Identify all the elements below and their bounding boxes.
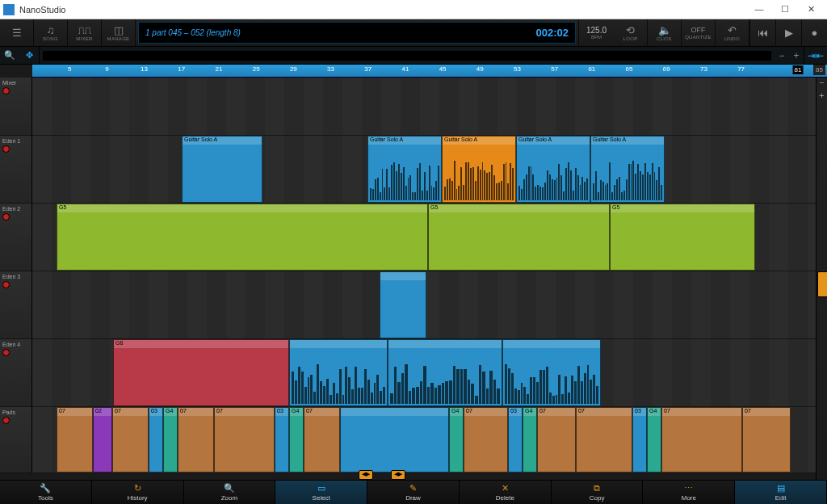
clip-label: 03 — [149, 408, 162, 416]
secondary-toolbar: 🔍 ✥ − + ⇥⇤ — [0, 47, 827, 65]
track-lane[interactable]: G8 — [32, 339, 827, 407]
pointer-tool-icon[interactable]: ✥ — [19, 47, 39, 64]
vzoom-plus[interactable]: + — [817, 90, 827, 103]
select-button[interactable]: ▭Select — [275, 481, 367, 504]
clip[interactable]: 07 — [57, 407, 93, 472]
record-arm-icon[interactable] — [2, 281, 10, 288]
play-button[interactable]: ▶ — [775, 19, 801, 46]
record-arm-icon[interactable] — [2, 87, 10, 94]
track-header[interactable]: Eden 1 — [0, 136, 32, 204]
track-header[interactable]: Mixer — [0, 78, 32, 136]
clip[interactable]: G4 — [647, 407, 661, 472]
prev-button[interactable]: ⏮ — [749, 19, 775, 46]
clip[interactable]: 07 — [304, 407, 340, 472]
clip[interactable]: Guitar Solo A — [516, 136, 590, 203]
tools-button[interactable]: 🔧Tools — [0, 481, 92, 504]
track-row: Mixer — [0, 78, 827, 136]
minimize-button[interactable]: — — [746, 4, 772, 15]
clip[interactable]: 07 — [537, 407, 576, 472]
clip[interactable]: G5 — [57, 204, 428, 271]
clip[interactable]: Guitar Solo A — [367, 136, 442, 203]
clip[interactable]: G4 — [449, 407, 464, 472]
clip-label: 07 — [577, 408, 632, 416]
record-arm-icon[interactable] — [2, 349, 10, 356]
clip[interactable]: 03 — [632, 407, 647, 472]
ruler-tick: 61 — [588, 65, 595, 73]
track-lane[interactable]: 07020703G4070703G407G40703G4070703G40707… — [32, 407, 827, 473]
record-arm-icon[interactable] — [2, 213, 10, 220]
track-lane[interactable]: G5G5G5 — [32, 204, 827, 271]
track-lane[interactable] — [32, 78, 827, 136]
close-button[interactable]: ✕ — [798, 4, 824, 15]
clip[interactable]: 07 — [742, 407, 791, 472]
clip[interactable]: Guitar Solo A — [182, 136, 262, 203]
delete-button[interactable]: ✕Delete — [460, 481, 552, 504]
tempo-display[interactable]: 125.0BPM — [578, 19, 614, 46]
clip[interactable]: 07 — [112, 407, 149, 472]
record-arm-icon[interactable] — [2, 417, 10, 424]
zoom-out-button[interactable]: − — [775, 50, 789, 61]
clip[interactable]: 03 — [149, 407, 163, 472]
clip[interactable]: 07 — [464, 407, 508, 472]
ruler-tick: 29 — [290, 65, 297, 73]
loop-start-marker[interactable]: ◀▶ — [359, 470, 373, 480]
clip-label: G4 — [164, 408, 177, 416]
track-lane[interactable] — [32, 271, 827, 339]
track-header[interactable]: Pads — [0, 407, 32, 473]
draw-button[interactable]: ✎Draw — [367, 481, 460, 504]
track-header[interactable]: Eden 2 — [0, 204, 32, 271]
record-button[interactable]: ● — [801, 19, 827, 46]
clip[interactable] — [289, 339, 388, 406]
scroll-handle[interactable] — [817, 271, 827, 297]
loop-button[interactable]: ⟲LOOP — [614, 19, 648, 46]
clip[interactable]: 02 — [93, 407, 112, 472]
clip[interactable]: G4 — [163, 407, 178, 472]
clip[interactable]: 03 — [275, 407, 289, 472]
undo-button[interactable]: ↶UNDO — [716, 19, 749, 46]
vzoom-minus[interactable]: − — [817, 78, 827, 90]
ruler-end: 85 — [813, 65, 825, 75]
more-button[interactable]: ⋯More — [643, 481, 735, 504]
clip[interactable]: 07 — [214, 407, 275, 472]
track-header[interactable]: Eden 3 — [0, 271, 32, 339]
clip[interactable]: G4 — [523, 407, 537, 472]
zoom-button[interactable]: 🔍Zoom — [184, 481, 276, 504]
track-header[interactable]: Eden 4 — [0, 339, 32, 407]
copy-button[interactable]: ⧉Copy — [552, 481, 644, 504]
clip[interactable] — [502, 339, 601, 406]
song-button[interactable]: ♫SONG — [34, 19, 68, 46]
clip[interactable] — [380, 271, 426, 338]
loop-end-marker[interactable]: ◀▶ — [391, 470, 405, 480]
record-arm-icon[interactable] — [2, 145, 10, 153]
track-lane[interactable]: Guitar Solo AGuitar Solo AGuitar Solo AG… — [32, 136, 827, 204]
zoom-in-button[interactable]: + — [789, 50, 804, 61]
clip[interactable]: 07 — [576, 407, 632, 472]
clip-label: 03 — [509, 408, 522, 416]
clip[interactable]: 07 — [661, 407, 742, 472]
clip[interactable]: 07 — [178, 407, 214, 472]
timeline-ruler[interactable]: 81 85 5913172125293337414549535761656973… — [32, 65, 827, 78]
clip[interactable]: G5 — [610, 204, 755, 271]
menu-button[interactable]: ☰ — [0, 19, 34, 46]
maximize-button[interactable]: ☐ — [772, 4, 798, 15]
clip[interactable] — [388, 339, 502, 406]
clip[interactable]: 03 — [508, 407, 523, 472]
clip[interactable] — [340, 407, 449, 472]
clip[interactable]: Guitar Solo A — [442, 136, 516, 203]
scroll-strip[interactable] — [43, 51, 771, 61]
click-button[interactable]: 🔈CLICK — [648, 19, 682, 46]
clip[interactable]: G5 — [428, 204, 610, 271]
mixer-button[interactable]: ⎍⎍MIXER — [68, 19, 102, 46]
clip[interactable]: Guitar Solo A — [590, 136, 665, 203]
clip[interactable]: G4 — [289, 407, 304, 472]
manage-button[interactable]: ◫MANAGE — [102, 19, 136, 46]
clip[interactable]: G8 — [113, 339, 289, 406]
draw-icon: ✎ — [409, 483, 417, 494]
track-row: Eden 2G5G5G5 — [0, 204, 827, 271]
snap-icon[interactable]: ⇥⇤ — [804, 50, 827, 61]
edit-button[interactable]: ▤Edit — [735, 481, 827, 504]
quantize-button[interactable]: OFFQUANTIZE — [682, 19, 716, 46]
history-button[interactable]: ↻History — [92, 481, 184, 504]
arrange-view: MixerEden 1Guitar Solo AGuitar Solo AGui… — [0, 78, 827, 480]
zoom-tool-icon[interactable]: 🔍 — [0, 47, 19, 64]
